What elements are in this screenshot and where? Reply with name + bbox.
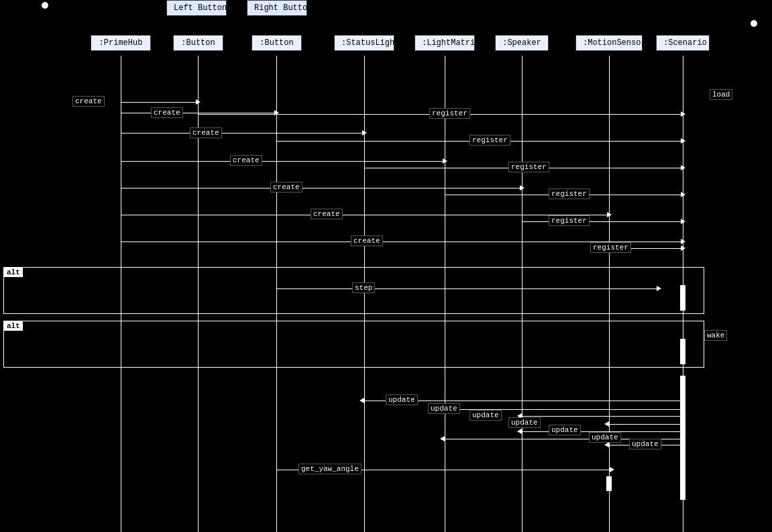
sequence-diagram: Left Button Right Button :PrimeHub :Butt… [0, 0, 772, 532]
label-create-7: create [351, 235, 383, 246]
arrowhead-create-1 [196, 99, 201, 105]
participant-statuslight: :StatusLight [334, 35, 394, 51]
arrowhead-create-4 [443, 158, 447, 164]
left-button-tab[interactable]: Left Button [166, 0, 227, 15]
label-create-1: create [72, 96, 105, 107]
load-label: load [710, 89, 732, 100]
participant-speaker: :Speaker [495, 35, 549, 51]
arrow-create-3 [121, 133, 364, 134]
activation-bar-2 [680, 339, 685, 364]
arrowhead-create-3 [362, 130, 367, 136]
right-button-tab[interactable]: Right Button [247, 0, 307, 15]
arrowhead-step [657, 286, 661, 291]
arrowhead-update-4 [604, 421, 609, 427]
arrowhead-register-2 [681, 138, 685, 144]
circle-top-right [751, 20, 757, 27]
arrowhead-create-6 [607, 212, 612, 217]
arrowhead-update-6 [440, 436, 445, 441]
activation-bar-motionsensor [606, 476, 612, 491]
label-update-2: update [428, 403, 460, 414]
label-update-4: update [508, 417, 541, 428]
label-register-1: register [429, 108, 470, 119]
arrowhead-update-1 [360, 398, 364, 403]
arrowhead-update-5 [517, 429, 522, 434]
label-wake: wake [704, 330, 727, 341]
arrow-step [276, 288, 659, 289]
arrow-create-2 [121, 113, 276, 113]
arrowhead-register-4 [681, 192, 685, 197]
arrowhead-register-3 [681, 165, 685, 170]
participant-button2: :Button [252, 35, 302, 51]
label-update-1: update [386, 394, 418, 405]
circle-top-left [42, 2, 48, 9]
arrowhead-create-7 [681, 239, 685, 244]
arrowhead-register-1 [681, 111, 685, 117]
label-create-3: create [190, 127, 222, 138]
label-create-6: create [311, 209, 343, 219]
activation-bar-1 [680, 285, 685, 311]
participant-button1: :Button [173, 35, 223, 51]
arrow-register-5 [522, 221, 683, 222]
arrowhead-register-5 [681, 219, 685, 224]
alt-label-1: alt [4, 268, 23, 277]
arrow-update-4 [609, 424, 683, 425]
participant-motionsensor: :MotionSensor [575, 35, 643, 51]
arrowhead-create-5 [520, 185, 525, 191]
label-register-4: register [549, 189, 590, 199]
arrowhead-register-6 [681, 246, 685, 251]
label-register-6: register [590, 242, 631, 253]
label-create-5: create [270, 182, 302, 193]
arrow-update-3 [522, 416, 683, 417]
arrow-create-6 [121, 215, 609, 215]
arrow-create-5 [121, 188, 522, 189]
label-create-4: create [230, 155, 262, 166]
arrow-create-4 [121, 161, 445, 162]
alt-box-2: alt [3, 321, 704, 368]
label-create-2: create [151, 107, 183, 118]
participant-scenario: :Scenario [656, 35, 710, 51]
label-register-5: register [549, 215, 590, 226]
label-update-7: update [629, 439, 661, 449]
label-update-6: update [589, 432, 621, 443]
arrowhead-get-yaw [610, 467, 614, 472]
label-step: step [352, 282, 375, 293]
label-register-3: register [508, 162, 549, 172]
participant-primehub: :PrimeHub [91, 35, 151, 51]
label-register-2: register [470, 135, 510, 146]
alt-label-2: alt [4, 321, 23, 331]
label-get-yaw: get_yaw_angle [298, 464, 362, 474]
arrowhead-update-7 [604, 442, 609, 447]
participant-lightmatrix: :LightMatrix [415, 35, 475, 51]
arrow-create-1 [121, 102, 198, 103]
activation-bar-scenario [680, 376, 685, 500]
label-update-3: update [470, 410, 502, 421]
label-update-5: update [549, 425, 581, 435]
